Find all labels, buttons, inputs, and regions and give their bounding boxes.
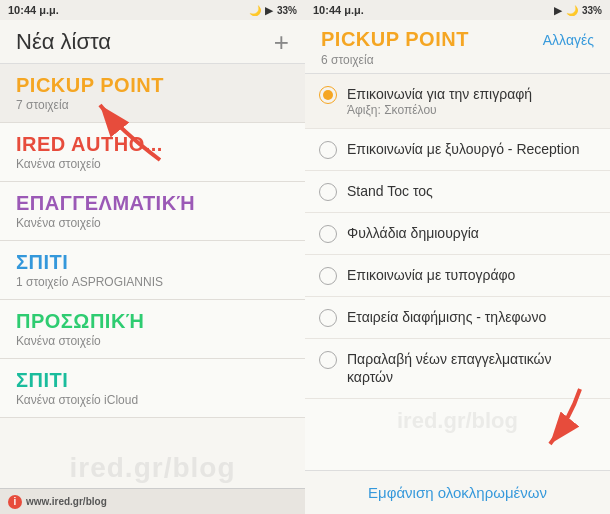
- right-header-action-button[interactable]: Αλλαγές: [543, 32, 594, 48]
- radio-button[interactable]: [319, 86, 337, 104]
- signal-icon: ▶: [265, 5, 273, 16]
- show-completed-button[interactable]: Εμφάνιση ολοκληρωμένων: [368, 484, 547, 501]
- check-item[interactable]: Επικοινωνία για την επιγραφή Άφιξη: Σκοπ…: [305, 74, 610, 129]
- right-header: PICKUP POINT Αλλαγές 6 στοιχεία: [305, 20, 610, 74]
- list-item[interactable]: IRED AUTHO... Κανένα στοιχείο: [0, 123, 305, 182]
- check-text: Επικοινωνία με ξυλουργό - Reception: [347, 140, 596, 158]
- radio-button[interactable]: [319, 183, 337, 201]
- check-title: Επικοινωνία για την επιγραφή: [347, 85, 596, 103]
- check-subtitle: Άφιξη: Σκοπέλου: [347, 103, 596, 117]
- left-panel: 10:44 μ.μ. 🌙 ▶ 33% Νέα λίστα + PICKUP PO…: [0, 0, 305, 514]
- wifi-icon: ▶: [554, 5, 562, 16]
- battery-icon: 33%: [277, 5, 297, 16]
- list-item[interactable]: ΠΡΟΣΩΠΙΚΉ Κανένα στοιχείο: [0, 300, 305, 359]
- list-item[interactable]: ΣΠΙΤΙ Κανένα στοιχείο iCloud: [0, 359, 305, 418]
- info-icon: i: [8, 495, 22, 509]
- check-item[interactable]: Παραλαβή νέων επαγγελματικών καρτών: [305, 339, 610, 398]
- list-item[interactable]: ΕΠΑΓΓΕΛΜΑΤΙΚΉ Κανένα στοιχείο: [0, 182, 305, 241]
- list-item[interactable]: ΣΠΙΤΙ 1 στοιχείο ASPROGIANNIS: [0, 241, 305, 300]
- right-time: 10:44 μ.μ.: [313, 4, 364, 16]
- list-item-title: PICKUP POINT: [16, 74, 289, 97]
- left-header-title: Νέα λίστα: [16, 29, 111, 55]
- right-header-title: PICKUP POINT: [321, 28, 469, 51]
- moon-icon-right: 🌙: [566, 5, 578, 16]
- right-status-icons: ▶ 🌙 33%: [554, 5, 602, 16]
- check-item[interactable]: Εταιρεία διαφήμισης - τηλεφωνο: [305, 297, 610, 339]
- check-item[interactable]: Φυλλάδια δημιουργία: [305, 213, 610, 255]
- right-header-sub: 6 στοιχεία: [321, 53, 594, 67]
- battery-icon-right: 33%: [582, 5, 602, 16]
- list-item-title: ΣΠΙΤΙ: [16, 251, 289, 274]
- bottom-bar-left: i www.ired.gr/blog: [0, 488, 305, 514]
- left-header: Νέα λίστα +: [0, 20, 305, 64]
- check-title: Παραλαβή νέων επαγγελματικών καρτών: [347, 350, 596, 386]
- add-list-button[interactable]: +: [274, 29, 289, 55]
- checklist: Επικοινωνία για την επιγραφή Άφιξη: Σκοπ…: [305, 74, 610, 470]
- list-item-title: ΣΠΙΤΙ: [16, 369, 289, 392]
- right-header-top: PICKUP POINT Αλλαγές: [321, 28, 594, 51]
- check-title: Stand Toc τος: [347, 182, 596, 200]
- check-title: Επικοινωνία με τυπογράφο: [347, 266, 596, 284]
- check-text: Επικοινωνία με τυπογράφο: [347, 266, 596, 284]
- check-item[interactable]: Επικοινωνία με ξυλουργό - Reception: [305, 129, 610, 171]
- list-item-sub: 1 στοιχείο ASPROGIANNIS: [16, 275, 289, 289]
- check-title: Επικοινωνία με ξυλουργό - Reception: [347, 140, 596, 158]
- radio-button[interactable]: [319, 141, 337, 159]
- check-text: Εταιρεία διαφήμισης - τηλεφωνο: [347, 308, 596, 326]
- right-footer[interactable]: Εμφάνιση ολοκληρωμένων: [305, 470, 610, 514]
- check-title: Φυλλάδια δημιουργία: [347, 224, 596, 242]
- list-item-sub: 7 στοιχεία: [16, 98, 289, 112]
- list-item-sub: Κανένα στοιχείο: [16, 157, 289, 171]
- left-status-bar: 10:44 μ.μ. 🌙 ▶ 33%: [0, 0, 305, 20]
- check-text: Επικοινωνία για την επιγραφή Άφιξη: Σκοπ…: [347, 85, 596, 117]
- check-text: Φυλλάδια δημιουργία: [347, 224, 596, 242]
- radio-button[interactable]: [319, 225, 337, 243]
- list-item-title: IRED AUTHO...: [16, 133, 289, 156]
- radio-button[interactable]: [319, 309, 337, 327]
- check-title: Εταιρεία διαφήμισης - τηλεφωνο: [347, 308, 596, 326]
- list-items-container: PICKUP POINT 7 στοιχεία IRED AUTHO... Κα…: [0, 64, 305, 488]
- check-item[interactable]: Stand Toc τος: [305, 171, 610, 213]
- right-status-bar: 10:44 μ.μ. ▶ 🌙 33%: [305, 0, 610, 20]
- radio-button[interactable]: [319, 267, 337, 285]
- check-text: Stand Toc τος: [347, 182, 596, 200]
- right-panel: 10:44 μ.μ. ▶ 🌙 33% PICKUP POINT Αλλαγές …: [305, 0, 610, 514]
- left-time: 10:44 μ.μ.: [8, 4, 59, 16]
- list-item-sub: Κανένα στοιχείο: [16, 334, 289, 348]
- moon-icon: 🌙: [249, 5, 261, 16]
- list-item[interactable]: PICKUP POINT 7 στοιχεία: [0, 64, 305, 123]
- list-item-sub: Κανένα στοιχείο: [16, 216, 289, 230]
- list-item-title: ΕΠΑΓΓΕΛΜΑΤΙΚΉ: [16, 192, 289, 215]
- radio-button[interactable]: [319, 351, 337, 369]
- check-text: Παραλαβή νέων επαγγελματικών καρτών: [347, 350, 596, 386]
- list-item-sub: Κανένα στοιχείο iCloud: [16, 393, 289, 407]
- list-item-title: ΠΡΟΣΩΠΙΚΉ: [16, 310, 289, 333]
- check-item[interactable]: Επικοινωνία με τυπογράφο: [305, 255, 610, 297]
- left-status-icons: 🌙 ▶ 33%: [249, 5, 297, 16]
- bottom-url: www.ired.gr/blog: [26, 496, 107, 507]
